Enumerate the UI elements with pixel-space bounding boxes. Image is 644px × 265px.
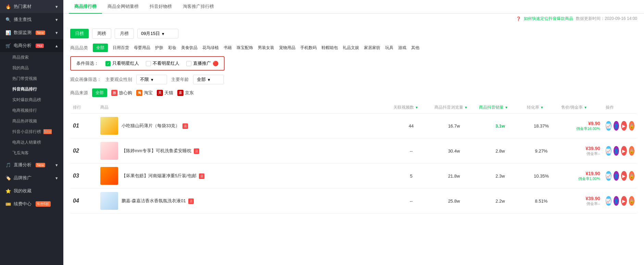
sidebar-sub-hot-videos[interactable]: 热门带货视频	[0, 73, 63, 84]
chart-btn-4[interactable]: 📈	[606, 196, 611, 206]
product-img-2	[100, 142, 118, 160]
sidebar-item-data-monitor[interactable]: 📊 数据监测 New ▾	[0, 26, 63, 39]
cat-food[interactable]: 美食饮品	[181, 45, 198, 51]
cat-shoes-bags[interactable]: 鞋帽箱包	[321, 45, 338, 51]
sort-icon-price: ▼	[584, 106, 587, 109]
tab-taoke-ranking[interactable]: 淘客推广排行榜	[177, 0, 219, 14]
lock-btn-2[interactable]: 🔒	[629, 146, 635, 156]
user-btn-2[interactable]: 👤	[614, 146, 619, 156]
sidebar-item-brand[interactable]: 🏷️ 品牌推广 ▾	[0, 171, 63, 184]
date-dropdown[interactable]: 09月15日 ▾	[137, 29, 178, 38]
cat-books[interactable]: 书籍	[224, 45, 232, 51]
chart-btn-1[interactable]: 📈	[606, 121, 611, 131]
sidebar-sub-feigua-tao[interactable]: 飞瓜淘客	[0, 148, 63, 158]
checkbox-no-celebrity[interactable]: 不看明星红人	[146, 60, 179, 67]
source-all-btn[interactable]: 全部	[92, 88, 107, 97]
cat-pets[interactable]: 宠物用品	[279, 45, 295, 51]
action-cell-4: 📈 👤 ▶ 🔒	[603, 196, 637, 206]
daily-btn[interactable]: 日榜	[70, 29, 89, 38]
cat-mother-baby[interactable]: 母婴用品	[134, 45, 150, 51]
category-label: 商品品类	[70, 45, 88, 51]
price-main-2: ¥39.90	[561, 146, 600, 151]
cat-fashion[interactable]: 男装女装	[258, 45, 274, 51]
sidebar-item-hot-material[interactable]: 🔥 热门素材 ▾	[0, 0, 63, 13]
user-btn-4[interactable]: 👤	[614, 196, 619, 206]
col-conversion: 转化率 ▼	[524, 105, 558, 110]
sidebar-item-renew[interactable]: 🎫 续费中心 年付6折	[0, 197, 63, 210]
user-btn-3[interactable]: 👤	[614, 171, 619, 181]
tab-good-things[interactable]: 抖音好物榜	[144, 0, 177, 14]
table-row: 03 【坏果包赔】河南烟薯净重5斤装/包邮 店 5 21.8w 2.3w 10.…	[70, 164, 637, 189]
monthly-btn[interactable]: 月榜	[115, 28, 134, 39]
product-tag-1: 店	[182, 123, 188, 129]
checkbox-celebrity[interactable]: ✓ 只看明星红人	[105, 60, 139, 67]
checkbox-live[interactable]: 直播推广 🔴	[186, 60, 218, 67]
sidebar-sub-realtime-hot[interactable]: 实时爆款商品榜	[0, 95, 63, 105]
col-product: 商品	[98, 105, 391, 110]
product-name-2: 【陈婷mm专享】可机洗鲁柔安睡枕	[122, 148, 191, 153]
cat-all-btn[interactable]: 全部	[93, 44, 108, 52]
tab-product-ranking[interactable]: 商品排行榜	[69, 0, 102, 14]
cat-daily[interactable]: 日用百货	[113, 45, 129, 51]
cat-home[interactable]: 家居家纺	[364, 45, 380, 51]
video-btn-3[interactable]: ▶	[621, 171, 627, 181]
sidebar-item-favorites[interactable]: ⭐ 我的收藏	[0, 184, 63, 197]
sidebar-sub-small-shop[interactable]: 抖音小店排行榜 New	[0, 127, 63, 137]
gender-dropdown[interactable]: 不限 ▾	[136, 75, 167, 84]
product-name-4: 鹏嘉-森嘉洁香水香氛氛洗衣液01	[122, 198, 186, 203]
price-main-4: ¥39.90	[561, 196, 600, 201]
sort-icon-conversion: ▼	[540, 106, 544, 109]
user-btn-1[interactable]: 👤	[614, 121, 619, 131]
tab-global-sales[interactable]: 商品全网销量榜	[102, 0, 144, 14]
commission-1: 佣金率16.00%	[561, 126, 600, 131]
lock-btn-1[interactable]: 🔒	[629, 121, 635, 131]
cat-gifts[interactable]: 礼品文娱	[343, 45, 359, 51]
source-row: 商品来源 全部 放 放心购 淘 淘宝 天 天猫 京 京东	[70, 88, 637, 97]
price-cell-3: ¥19.90 佣金率1.00%	[558, 171, 603, 181]
lock-btn-4[interactable]: 🔒	[629, 196, 635, 206]
cat-games[interactable]: 游戏	[398, 45, 406, 51]
age-dropdown[interactable]: 全部 ▾	[193, 75, 224, 84]
sidebar-sub-my-products[interactable]: 我的商品	[0, 63, 63, 73]
video-btn-2[interactable]: ▶	[621, 146, 627, 156]
weekly-btn[interactable]: 周榜	[92, 28, 111, 39]
sidebar-sub-kol-sales[interactable]: 电商达人销量榜	[0, 137, 63, 148]
sidebar-sub-hot-reviews[interactable]: 商品热评视频	[0, 116, 63, 127]
sidebar-item-live[interactable]: 🎵 直播分析 New ▾	[0, 158, 63, 171]
product-info-4: 鹏嘉-森嘉洁香水香氛氛洗衣液01 店	[122, 198, 194, 204]
chevron-up-icon: ▴	[55, 43, 58, 48]
chart-btn-3[interactable]: 📈	[606, 171, 611, 181]
source-tmall[interactable]: 天 天猫	[157, 90, 173, 96]
sort-icon-videos: ▼	[415, 106, 418, 109]
sidebar-sub-ecommerce-video[interactable]: 电商视频排行	[0, 105, 63, 116]
cat-skincare[interactable]: 护肤	[155, 45, 163, 51]
cat-toys[interactable]: 玩具	[385, 45, 393, 51]
sales-1: 3.1w	[476, 123, 524, 129]
help-link[interactable]: 如何快速定位抖音爆款商品	[524, 16, 573, 22]
sidebar-item-broadcaster[interactable]: 🔍 播主查找 ▾	[0, 13, 63, 26]
sidebar-sub-product-search[interactable]: 商品搜索	[0, 52, 63, 63]
video-btn-4[interactable]: ▶	[621, 196, 627, 206]
sidebar-item-ecommerce[interactable]: 🛒 电商分析 Hot ▴	[0, 39, 63, 52]
video-btn-1[interactable]: ▶	[621, 121, 627, 131]
chevron-down-icon: ▾	[55, 30, 58, 35]
source-fxg[interactable]: 放 放心购	[111, 90, 132, 96]
lock-btn-3[interactable]: 🔒	[629, 171, 635, 181]
cat-makeup[interactable]: 彩妆	[168, 45, 176, 51]
period-filter-row: 日榜 周榜 月榜 09月15日 ▾	[70, 28, 637, 39]
views-2: 30.4w	[432, 148, 476, 154]
chevron-down-icon: ▾	[55, 4, 58, 9]
chart-btn-2[interactable]: 📈	[606, 146, 611, 156]
cat-electronics[interactable]: 手机数码	[300, 45, 317, 51]
cat-others[interactable]: 其他	[411, 45, 419, 51]
cat-plants[interactable]: 花鸟绿植	[202, 45, 219, 51]
cat-jewelry[interactable]: 珠宝配饰	[237, 45, 253, 51]
rank-02: 02	[70, 148, 98, 154]
source-jd[interactable]: 京 京东	[177, 90, 194, 96]
source-taobao[interactable]: 淘 淘宝	[136, 90, 153, 96]
product-name-3: 【坏果包赔】河南烟薯净重5斤装/包邮	[122, 173, 197, 178]
sidebar-sub-tiktok-ranking[interactable]: 抖音商品排行	[0, 84, 63, 95]
taobao-icon: 淘	[136, 90, 142, 96]
commission-3: 佣金率1.00%	[561, 176, 600, 181]
col-price: 售价/佣金率 ▼	[558, 105, 603, 110]
